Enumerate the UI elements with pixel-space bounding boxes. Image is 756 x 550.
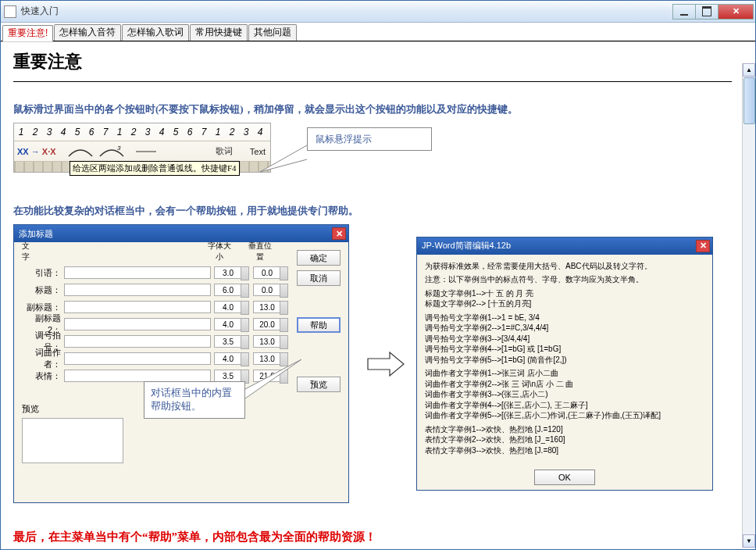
col-font-size: 字体大小 <box>205 241 234 262</box>
dialog-help-figure: 添加标题 ✕ 文字 字体大小 垂直位置 引语：3.00 <box>13 224 732 503</box>
spin-size-2[interactable]: 4.0 <box>214 301 242 313</box>
scroll-up-icon[interactable]: ▲ <box>743 63 755 77</box>
cancel-button[interactable]: 取消 <box>297 270 341 286</box>
help-line: 为获得标准效果，经常需要使用大括号、ABC代码以及转义字符。 <box>425 261 704 272</box>
spin-vpos-1[interactable]: 0.0 <box>253 284 281 296</box>
window-title: 快速入门 <box>21 5 59 18</box>
tab-shortcuts[interactable]: 常用快捷键 <box>190 24 248 41</box>
hover-tooltip: 给选区两端添加或删除普通弧线。快捷键F4 <box>70 161 240 176</box>
ok-button[interactable]: 确定 <box>297 250 341 266</box>
spin-size-6[interactable]: 3.5 <box>214 370 242 382</box>
section-text-label: 文字 <box>22 241 30 262</box>
help-block: 标题文字举例1-->十 五 的 月 亮 标题文字举例2--> [十五的月亮] <box>425 288 704 309</box>
spin-vpos-2[interactable]: 13.0 <box>253 301 281 313</box>
tab-other[interactable]: 其他问题 <box>248 24 297 41</box>
spin-vpos-0[interactable]: 0.0 <box>253 266 281 279</box>
callout-tail <box>257 142 307 166</box>
main-window: 快速入门 重要注意! 怎样输入音符 怎样输入歌词 常用快捷键 其他问题 重要注意… <box>0 0 756 550</box>
help-popup: JP-Word简谱编辑4.12b ✕ 为获得标准效果，经常需要使用大括号、ABC… <box>416 237 713 491</box>
help-line: 注意：以下举例当中的标点符号、字母、数字均应为英文半角。 <box>425 274 704 285</box>
arc-icon <box>67 145 94 158</box>
app-icon <box>4 5 16 18</box>
toolbar-screenshot: 1234567 1234567 1234 XX → X·X 3 歌词 <box>13 123 435 193</box>
svg-text:3: 3 <box>117 145 121 152</box>
spin-vpos-3[interactable]: 20.0 <box>253 318 281 330</box>
dialog-title: 添加标题 <box>19 228 53 240</box>
xx-arrow-icon: XX → X·X <box>14 147 59 156</box>
input-title[interactable] <box>64 284 211 296</box>
input-quote[interactable] <box>64 266 211 279</box>
help-popup-title: JP-Word简谱编辑4.12b <box>422 240 511 252</box>
spin-size-4[interactable]: 3.5 <box>214 335 242 348</box>
help-block: 词曲作者文字举例1-->张三词 店小二曲 词曲作者文字举例2-->张 三 词\n… <box>425 368 704 421</box>
heading-rule <box>13 81 732 82</box>
input-subtitle2[interactable] <box>64 318 211 330</box>
callout2-tail <box>245 359 289 398</box>
final-note: 最后，在主菜单当中有个“帮助”菜单，内部包含最为全面的帮助资源！ <box>13 530 732 545</box>
input-subtitle[interactable] <box>64 301 211 313</box>
intro-para-1: 鼠标滑过界面当中的各个按钮时(不要按下鼠标按钮)，稍加停留，就会显示出这个按钮的… <box>13 102 732 116</box>
callout-hover-tip: 鼠标悬浮提示 <box>307 127 432 151</box>
input-expression[interactable] <box>64 370 211 382</box>
tabs-row: 重要注意! 怎样输入音符 怎样输入歌词 常用快捷键 其他问题 <box>1 23 755 41</box>
close-button[interactable] <box>718 4 754 20</box>
help-close-icon[interactable]: ✕ <box>696 240 710 252</box>
spin-size-1[interactable]: 6.0 <box>214 284 242 296</box>
help-block: 调号拍号文字举例1-->1 = bE, 3/4 调号拍号文字举例2-->1=#C… <box>425 312 704 366</box>
tab-input-lyrics[interactable]: 怎样输入歌词 <box>122 24 189 41</box>
maximize-button[interactable] <box>695 4 719 20</box>
col-vpos: 垂直位置 <box>245 241 275 262</box>
scroll-thumb[interactable] <box>744 77 755 124</box>
help-ok-button[interactable]: OK <box>534 470 595 485</box>
minimize-button[interactable] <box>672 4 696 20</box>
vertical-scrollbar[interactable]: ▲ ▼ <box>742 63 755 548</box>
arrow-right-icon <box>366 351 405 377</box>
titlebar: 快速入门 <box>1 1 755 23</box>
lyric-button: 歌词 <box>211 145 237 157</box>
callout-help-button: 对话框当中的内置帮助按钮。 <box>144 381 245 419</box>
page-title: 重要注意 <box>13 50 732 73</box>
scroll-down-icon[interactable]: ▼ <box>743 534 755 548</box>
arc3-icon: 3 <box>98 145 125 158</box>
dialog-close-icon[interactable]: ✕ <box>332 227 346 240</box>
line-icon <box>134 145 158 158</box>
toolbar-number-row: 1234567 1234567 1234 <box>14 123 270 141</box>
intro-para-2: 在功能比较复杂的对话框当中，会有一个帮助按钮，用于就地提供专门帮助。 <box>13 204 732 218</box>
spin-size-5[interactable]: 4.0 <box>214 352 242 365</box>
input-keysig[interactable] <box>64 335 211 348</box>
spin-size-0[interactable]: 3.0 <box>214 266 242 279</box>
content-area: 重要注意 鼠标滑过界面当中的各个按钮时(不要按下鼠标按钮)，稍加停留，就会显示出… <box>1 41 755 549</box>
spin-vpos-4[interactable]: 13.0 <box>253 335 281 348</box>
tab-important[interactable]: 重要注意! <box>2 25 53 41</box>
tab-input-notes[interactable]: 怎样输入音符 <box>54 24 121 41</box>
help-button[interactable]: 帮助 <box>297 317 341 333</box>
preview-box <box>22 418 123 463</box>
help-block: 表情文字举例1-->欢快、热烈地 [J.=120] 表情文字举例2-->欢快、热… <box>425 424 704 456</box>
input-author[interactable] <box>64 352 211 365</box>
add-title-dialog: 添加标题 ✕ 文字 字体大小 垂直位置 引语：3.00 <box>13 224 349 503</box>
spin-size-3[interactable]: 4.0 <box>214 318 242 330</box>
